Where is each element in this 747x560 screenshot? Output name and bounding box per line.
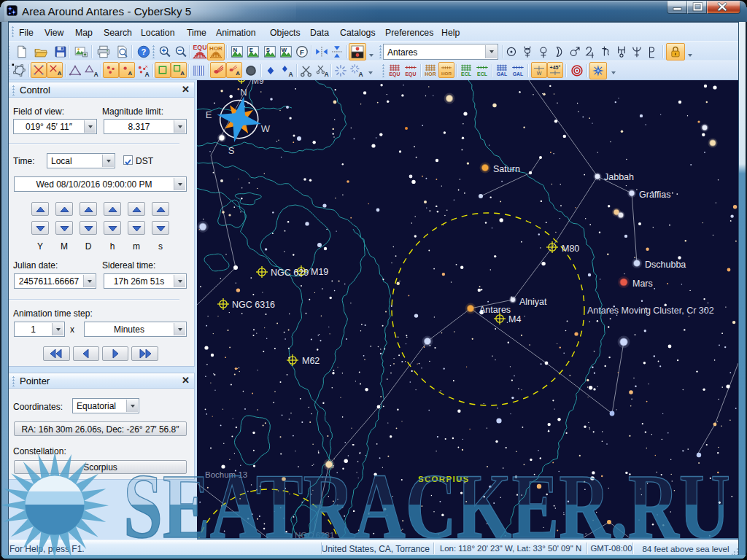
svg-text:S: S — [266, 47, 270, 53]
svg-text:HOR: HOR — [441, 71, 452, 76]
svg-text:M62: M62 — [302, 356, 320, 366]
svg-text:A: A — [145, 71, 150, 78]
svg-text:A: A — [180, 70, 185, 77]
svg-text:EQU: EQU — [193, 44, 207, 51]
svg-text:M80: M80 — [562, 244, 579, 254]
svg-text:+45°: +45° — [550, 65, 561, 70]
svg-text:A: A — [289, 71, 293, 78]
svg-text:Dschubba: Dschubba — [645, 260, 686, 270]
svg-text:S: S — [228, 145, 235, 156]
svg-text:Antares: Antares — [479, 305, 511, 315]
svg-text:N: N — [240, 87, 247, 98]
svg-text:HOR: HOR — [425, 71, 436, 77]
svg-text:A: A — [93, 71, 98, 78]
svg-text:ECL: ECL — [477, 71, 487, 77]
svg-text:F: F — [300, 48, 304, 56]
svg-text:N: N — [233, 47, 238, 53]
svg-text:A: A — [236, 70, 240, 77]
svg-text:Gráffias: Gráffias — [639, 190, 671, 200]
svg-text:M4: M4 — [508, 314, 521, 324]
svg-text:A: A — [325, 71, 329, 78]
svg-text:A: A — [58, 70, 62, 77]
svg-text:E: E — [249, 47, 253, 53]
svg-text:GAL: GAL — [513, 71, 524, 77]
svg-text:A: A — [128, 70, 133, 77]
svg-text:Bochum 13: Bochum 13 — [205, 470, 247, 479]
svg-text:Antares Moving Cluster, Cr 302: Antares Moving Cluster, Cr 302 — [587, 306, 714, 316]
svg-text:E: E — [206, 109, 212, 120]
svg-text:Jabbah: Jabbah — [604, 172, 634, 182]
svg-text:HOR: HOR — [209, 45, 222, 52]
svg-text:Alniyat: Alniyat — [519, 297, 547, 307]
svg-text:Mars: Mars — [632, 279, 653, 289]
svg-text:NGC 629: NGC 629 — [271, 268, 309, 278]
svg-text:SCORPIUS: SCORPIUS — [418, 475, 469, 483]
svg-text:NGC 6316: NGC 6316 — [232, 300, 275, 310]
svg-text:?: ? — [142, 47, 147, 56]
svg-text:ECL: ECL — [461, 71, 471, 77]
svg-text:GAL: GAL — [497, 71, 508, 77]
svg-text:EQU: EQU — [406, 71, 417, 77]
svg-text:A: A — [359, 71, 363, 78]
svg-text:EQU: EQU — [390, 71, 400, 77]
svg-text:W: W — [282, 47, 287, 53]
svg-text:NGC 6231: NGC 6231 — [295, 531, 334, 540]
svg-text:M19: M19 — [311, 267, 328, 277]
svg-text:W: W — [537, 71, 542, 76]
svg-text:Saturn: Saturn — [493, 164, 520, 174]
svg-text:W: W — [261, 123, 271, 134]
